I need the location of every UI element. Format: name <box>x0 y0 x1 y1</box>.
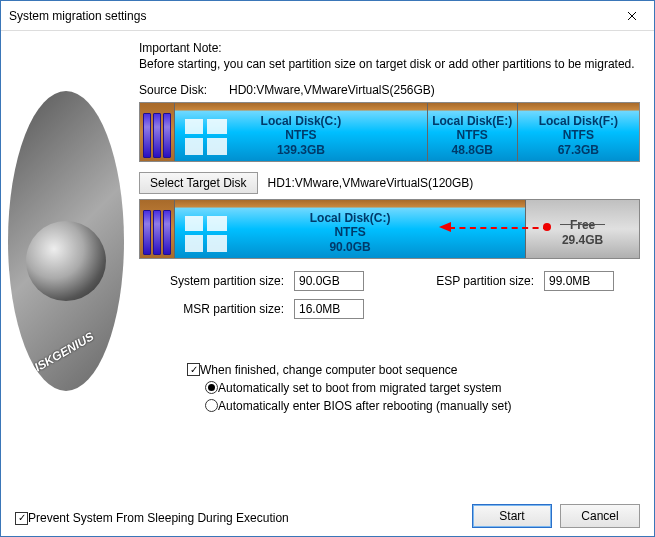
note-title: Important Note: <box>139 41 640 55</box>
close-icon <box>627 11 637 21</box>
partition-fs: NTFS <box>334 225 365 239</box>
disk-header-stripes <box>140 103 174 161</box>
partition-name: Local Disk(E:) <box>432 114 512 128</box>
note-text: Before starting, you can set partition s… <box>139 57 640 73</box>
partition-size: 139.3GB <box>277 143 325 157</box>
partition: Local Disk(E:)NTFS48.8GB <box>427 103 517 161</box>
close-button[interactable] <box>609 1 654 31</box>
finished-checkbox-row[interactable]: ✓ When finished, change computer boot se… <box>139 363 640 377</box>
partition-name: Local Disk(F:) <box>539 114 618 128</box>
partition-name: Local Disk(C:) <box>310 211 391 225</box>
disk-header-stripes <box>140 200 174 258</box>
boot-radio-group: Automatically set to boot from migrated … <box>139 381 640 413</box>
partition-fs: NTFS <box>457 128 488 142</box>
footer-buttons: Start Cancel <box>472 504 640 528</box>
radio-icon <box>205 381 218 394</box>
disk-illustration: DISKGENIUS <box>8 91 124 391</box>
source-disk-value: HD0:VMware,VMwareVirtualS(256GB) <box>229 83 435 97</box>
sidebar: DISKGENIUS <box>1 31 131 536</box>
bios-label: Automatically enter BIOS after rebooting… <box>218 399 511 413</box>
main-panel: Important Note: Before starting, you can… <box>131 31 654 536</box>
partition-size: 29.4GB <box>562 233 603 247</box>
msr-partition-label: MSR partition size: <box>139 302 284 316</box>
brand-text: DISKGENIUS <box>25 329 97 378</box>
partition-name: Local Disk(C:) <box>261 114 342 128</box>
source-disk-row: Source Disk: HD0:VMware,VMwareVirtualS(2… <box>139 83 640 97</box>
partition: Local Disk(F:)NTFS67.3GB <box>517 103 639 161</box>
windows-logo-icon <box>185 216 227 252</box>
cancel-button[interactable]: Cancel <box>560 504 640 528</box>
partition-fs: NTFS <box>563 128 594 142</box>
boot-options: ✓ When finished, change computer boot se… <box>139 363 640 413</box>
start-button[interactable]: Start <box>472 504 552 528</box>
partition-size: 90.0GB <box>329 240 370 254</box>
partition: Local Disk(C:)NTFS139.3GB <box>174 103 427 161</box>
finished-label: When finished, change computer boot sequ… <box>200 363 458 377</box>
system-partition-label: System partition size: <box>139 274 284 288</box>
partition-name: Free <box>570 218 595 232</box>
source-disk-label: Source Disk: <box>139 83 229 97</box>
esp-partition-input[interactable] <box>544 271 614 291</box>
esp-partition-label: ESP partition size: <box>394 274 534 288</box>
partition-size: 48.8GB <box>452 143 493 157</box>
auto-boot-label: Automatically set to boot from migrated … <box>218 381 501 395</box>
target-disk-bar[interactable]: Local Disk(C:)NTFS90.0GBFree29.4GB <box>139 199 640 259</box>
system-partition-input[interactable] <box>294 271 364 291</box>
checkbox-icon: ✓ <box>15 512 28 525</box>
auto-boot-radio[interactable]: Automatically set to boot from migrated … <box>205 381 640 395</box>
partition-size: 67.3GB <box>558 143 599 157</box>
content: DISKGENIUS Important Note: Before starti… <box>1 31 654 536</box>
target-disk-row: Select Target Disk HD1:VMware,VMwareVirt… <box>139 172 640 194</box>
titlebar: System migration settings <box>1 1 654 31</box>
checkbox-icon: ✓ <box>187 363 200 376</box>
partition-fs: NTFS <box>285 128 316 142</box>
source-disk-bar: Local Disk(C:)NTFS139.3GBLocal Disk(E:)N… <box>139 102 640 162</box>
select-target-disk-button[interactable]: Select Target Disk <box>139 172 258 194</box>
radio-icon <box>205 399 218 412</box>
prevent-sleep-label: Prevent System From Sleeping During Exec… <box>28 511 289 525</box>
msr-partition-input[interactable] <box>294 299 364 319</box>
target-disk-value: HD1:VMware,VMwareVirtualS(120GB) <box>268 176 474 190</box>
window-title: System migration settings <box>9 9 609 23</box>
bios-radio[interactable]: Automatically enter BIOS after rebooting… <box>205 399 640 413</box>
prevent-sleep-checkbox[interactable]: ✓ Prevent System From Sleeping During Ex… <box>15 511 289 525</box>
partition-size-inputs: System partition size: ESP partition siz… <box>139 271 640 319</box>
footer: ✓ Prevent System From Sleeping During Ex… <box>1 504 654 528</box>
windows-logo-icon <box>185 119 227 155</box>
